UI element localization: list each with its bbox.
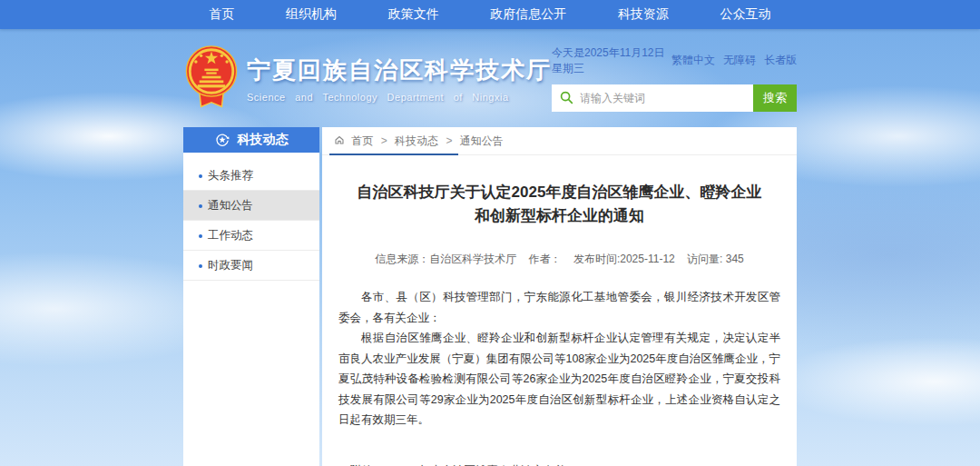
article-title-line2: 和创新型标杆企业的通知 [338, 204, 780, 228]
sidebar-header: 科技动态 [183, 127, 319, 153]
bullet-icon [199, 204, 202, 208]
attachments-label: 附件： [350, 461, 385, 466]
article-meta: 信息来源：自治区科学技术厅 作者： 发布时间:2025-11-12 访问量: 3… [338, 252, 780, 267]
attachment-link-1[interactable]: 1.2025年度自治区雏鹰企业认定名单 [384, 461, 600, 466]
article: 自治区科技厅关于认定2025年度自治区雏鹰企业、瞪羚企业 和创新型标杆企业的通知… [322, 155, 797, 466]
link-elderly-version[interactable]: 长者版 [764, 53, 797, 68]
article-body: 各市、县（区）科技管理部门，宁东能源化工基地管委会，银川经济技术开发区管委会，各… [338, 287, 780, 431]
link-traditional-chinese[interactable]: 繁體中文 [671, 53, 715, 68]
breadcrumb-underline [329, 154, 458, 155]
search-button[interactable]: 搜索 [753, 84, 797, 112]
bullet-icon [199, 234, 202, 238]
search-input[interactable] [552, 84, 753, 112]
top-nav: 首页 组织机构 政策文件 政府信息公开 科技资源 公众互动 [0, 0, 980, 29]
bullet-icon [199, 174, 202, 178]
current-date: 今天是2025年11月12日 星期三 [552, 45, 671, 76]
nav-item-public-interaction[interactable]: 公众互动 [720, 6, 771, 23]
nav-item-home[interactable]: 首页 [209, 6, 234, 23]
site-title-english: Science and Technology Department of Nin… [247, 92, 552, 103]
sidebar: 科技动态 头条推荐 通知公告 工作动态 时政要闻 [183, 127, 319, 466]
site-title: 宁夏回族自治区科学技术厅 [247, 55, 552, 86]
breadcrumb-separator: > [446, 134, 452, 147]
search-icon [560, 91, 573, 104]
breadcrumb-separator: > [381, 134, 387, 147]
sidebar-item-label: 通知公告 [208, 199, 253, 212]
nav-item-tech-resources[interactable]: 科技资源 [618, 6, 669, 23]
sidebar-item-notices[interactable]: 通知公告 [183, 191, 319, 221]
link-accessibility[interactable]: 无障碍 [723, 53, 756, 68]
meta-views: 访问量: 345 [687, 253, 744, 265]
article-paragraph: 根据自治区雏鹰企业、瞪羚企业和创新型标杆企业认定管理有关规定，决定认定半亩良人农… [338, 328, 780, 431]
breadcrumb-notices[interactable]: 通知公告 [460, 134, 504, 147]
breadcrumb-home[interactable]: 首页 [351, 134, 373, 147]
article-paragraph: 各市、县（区）科技管理部门，宁东能源化工基地管委会，银川经济技术开发区管委会，各… [338, 287, 780, 328]
sidebar-title: 科技动态 [238, 132, 289, 148]
sidebar-item-work-trends[interactable]: 工作动态 [183, 221, 319, 251]
home-icon [334, 134, 345, 145]
article-title: 自治区科技厅关于认定2025年度自治区雏鹰企业、瞪羚企业 和创新型标杆企业的通知 [338, 181, 780, 228]
nav-item-gov-info[interactable]: 政府信息公开 [490, 6, 566, 23]
breadcrumb: 首页 > 科技动态 > 通知公告 [322, 127, 797, 155]
sidebar-item-label: 时政要闻 [208, 259, 253, 272]
site-header: 宁夏回族自治区科学技术厅 Science and Technology Depa… [0, 29, 980, 127]
main-panel: 首页 > 科技动态 > 通知公告 自治区科技厅关于认定2025年度自治区雏鹰企业… [322, 127, 797, 466]
sidebar-item-headlines[interactable]: 头条推荐 [183, 161, 319, 191]
meta-publish-date: 发布时间:2025-11-12 [573, 253, 675, 265]
sidebar-item-label: 头条推荐 [208, 169, 253, 182]
national-emblem-icon [183, 45, 240, 114]
sidebar-item-political-news[interactable]: 时政要闻 [183, 251, 319, 281]
site-logo[interactable]: 宁夏回族自治区科学技术厅 Science and Technology Depa… [183, 43, 552, 114]
meta-source: 信息来源：自治区科学技术厅 [375, 253, 516, 265]
sidebar-item-label: 工作动态 [208, 229, 253, 242]
nav-item-organization[interactable]: 组织机构 [286, 6, 337, 23]
bullet-icon [199, 264, 202, 268]
nav-item-policy[interactable]: 政策文件 [388, 6, 439, 23]
breadcrumb-tech-trends[interactable]: 科技动态 [395, 134, 438, 147]
attachments-block: 附件： 1.2025年度自治区雏鹰企业认定名单 2.2025年度自治区瞪羚企业认… [350, 461, 781, 466]
article-title-line1: 自治区科技厅关于认定2025年度自治区雏鹰企业、瞪羚企业 [338, 181, 780, 204]
star-circle-icon [215, 133, 230, 147]
meta-author: 作者： [529, 253, 562, 265]
